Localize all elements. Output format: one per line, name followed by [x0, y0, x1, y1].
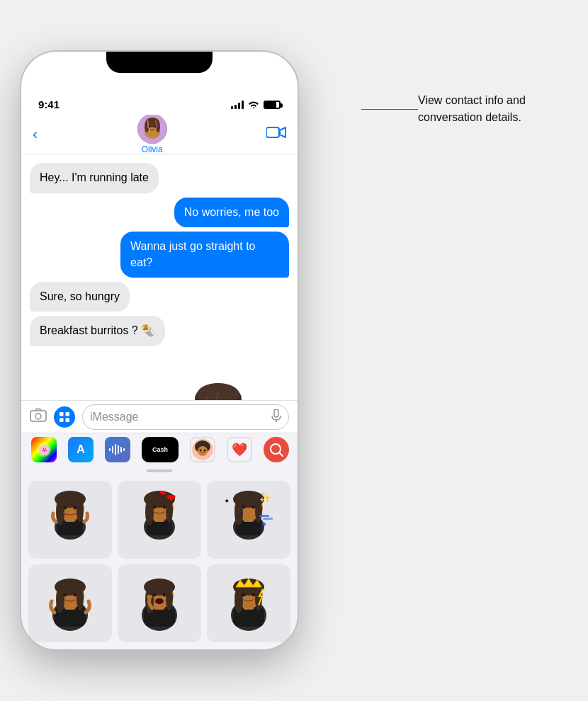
sticker-item[interactable]: ✨ ✦ ✦: [207, 481, 290, 559]
message-row: Wanna just go straight to eat?: [30, 232, 289, 278]
message-bubble: Wanna just go straight to eat?: [120, 232, 289, 278]
panel-handle-area: [21, 465, 298, 474]
svg-point-72: [242, 506, 246, 509]
svg-point-97: [155, 598, 164, 604]
svg-point-42: [204, 449, 206, 451]
svg-rect-28: [274, 409, 278, 417]
nav-bar: ‹: [21, 115, 298, 154]
sticker-item[interactable]: [28, 481, 112, 559]
svg-point-7: [154, 126, 156, 128]
message-bubble: Sure, so hungry: [30, 282, 130, 312]
svg-marker-9: [280, 127, 285, 137]
message-row: Breakfast burritos ? 🌯: [30, 316, 289, 346]
svg-point-85: [77, 588, 84, 610]
message-row: Hey... I'm running late: [30, 163, 289, 193]
panel-handle: [147, 469, 172, 472]
cash-strip-icon[interactable]: Cash: [142, 437, 179, 462]
svg-point-41: [200, 449, 202, 451]
svg-point-52: [64, 506, 67, 510]
message-bubble: No worries, me too: [174, 198, 289, 227]
sticker-item[interactable]: [118, 564, 201, 642]
svg-point-23: [35, 414, 41, 419]
message-row: Sure, so hungry: [30, 282, 289, 312]
world-search-strip-icon[interactable]: [264, 437, 289, 462]
svg-text:❤: ❤: [166, 492, 176, 504]
svg-text:✨: ✨: [259, 491, 272, 503]
svg-point-70: [234, 500, 243, 525]
svg-rect-35: [118, 445, 119, 454]
svg-text:✦: ✦: [261, 520, 267, 528]
svg-marker-108: [236, 579, 261, 587]
sticker-item[interactable]: ❤ ❤: [118, 481, 201, 559]
svg-point-96: [163, 593, 166, 597]
svg-point-107: [252, 593, 256, 597]
soundwave-strip-icon[interactable]: [105, 437, 130, 462]
app-strip: 🌸 A Cash: [21, 433, 298, 465]
callout-annotation: View contact info and conversation detai…: [418, 92, 574, 126]
message-bubble: Hey... I'm running late: [30, 163, 159, 193]
svg-rect-36: [120, 447, 122, 452]
svg-point-84: [56, 588, 64, 613]
svg-point-86: [64, 593, 67, 597]
status-bar: 9:41: [21, 86, 298, 115]
contact-header[interactable]: Olivia: [137, 114, 167, 154]
sticker-item[interactable]: [207, 564, 290, 642]
svg-rect-33: [112, 446, 113, 453]
svg-rect-25: [66, 412, 70, 416]
svg-point-73: [252, 506, 256, 509]
memoji-sticker-message: [30, 356, 289, 401]
svg-point-106: [242, 593, 246, 597]
svg-rect-26: [60, 418, 64, 422]
battery-icon: [264, 101, 281, 109]
mic-icon[interactable]: [271, 409, 281, 425]
input-placeholder: iMessage: [90, 411, 138, 423]
sticker-item[interactable]: [28, 564, 112, 642]
message-input[interactable]: iMessage: [82, 404, 289, 430]
message-row: No worries, me too: [30, 198, 289, 227]
callout-text: View contact info and conversation detai…: [418, 94, 526, 123]
wifi-icon: [248, 99, 259, 110]
svg-rect-8: [266, 127, 279, 137]
svg-point-61: [153, 506, 157, 509]
memoji-strip-icon[interactable]: [190, 437, 215, 462]
contact-name: Olivia: [142, 144, 163, 154]
svg-rect-78: [263, 518, 273, 520]
svg-rect-77: [259, 515, 269, 517]
svg-rect-32: [109, 448, 111, 451]
svg-point-40: [198, 446, 208, 456]
back-button[interactable]: ‹: [33, 125, 38, 144]
svg-text:🌸: 🌸: [38, 444, 51, 456]
callout-line: [361, 109, 418, 110]
photos-strip-icon[interactable]: 🌸: [31, 437, 57, 462]
video-call-button[interactable]: [266, 125, 286, 144]
sticker-panel: ❤ ❤ ✨: [21, 474, 298, 649]
svg-point-94: [166, 588, 173, 610]
svg-point-104: [234, 588, 243, 613]
svg-point-87: [74, 593, 77, 597]
svg-rect-34: [115, 444, 116, 455]
svg-point-53: [74, 506, 77, 510]
svg-point-71: [255, 500, 262, 523]
svg-line-44: [279, 452, 283, 456]
stickers-strip-icon[interactable]: ❤️: [227, 437, 252, 462]
notch: [106, 52, 213, 73]
camera-icon[interactable]: [30, 408, 47, 426]
svg-point-98: [147, 595, 152, 599]
message-bubble: Breakfast burritos ? 🌯: [30, 316, 165, 346]
svg-text:❤: ❤: [159, 489, 166, 498]
svg-rect-24: [60, 412, 64, 416]
messages-area: Hey... I'm running late No worries, me t…: [21, 154, 298, 400]
sent-memoji: [162, 356, 275, 401]
phone-frame: 9:41 ‹: [21, 52, 298, 649]
svg-point-59: [145, 500, 154, 525]
avatar: [137, 114, 167, 144]
svg-rect-27: [66, 418, 70, 422]
svg-point-51: [77, 500, 84, 523]
svg-rect-37: [123, 448, 125, 451]
input-area: iMessage: [21, 400, 298, 433]
signal-bars-icon: [231, 101, 244, 109]
sticker-grid: ❤ ❤ ✨: [28, 481, 290, 642]
apps-button[interactable]: [54, 406, 75, 428]
svg-point-95: [153, 593, 157, 597]
appstore-strip-icon[interactable]: A: [68, 437, 94, 462]
